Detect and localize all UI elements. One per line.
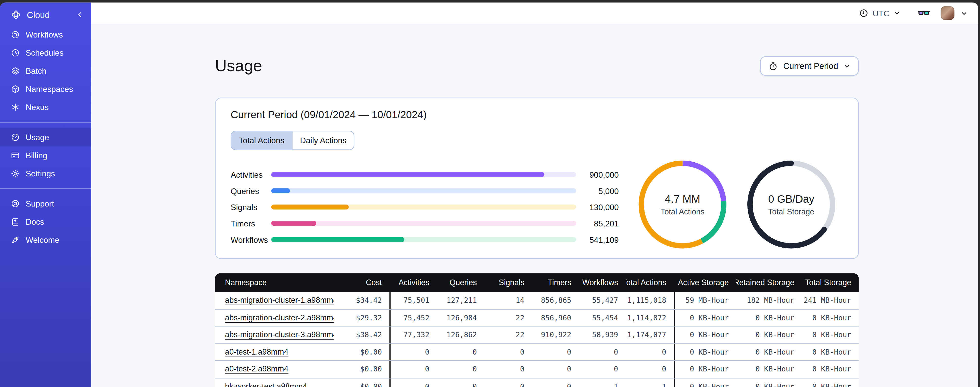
tab-total-actions[interactable]: Total Actions [231, 131, 292, 150]
namespace-cell: abs-migration-cluster-3.a98mm4 [215, 326, 334, 343]
table-cell: 22 [484, 309, 532, 326]
table-cell: 0 KB-Hour [802, 326, 859, 343]
namespace-cell: bk-worker-test.a98mm4 [215, 378, 334, 387]
namespace-cell: abs-migration-cluster-2.a98mm4 [215, 309, 334, 326]
table-cell: $38.42 [334, 326, 389, 343]
sidebar-item-label: Batch [25, 66, 46, 76]
actions-tabs: Total Actions Daily Actions [231, 131, 355, 150]
sidebar-item-label: Support [25, 199, 54, 208]
usage-bars: Activities900,000Queries5,000Signals130,… [231, 166, 619, 248]
namespace-cell: abs-migration-cluster-1.a98mm4 [215, 292, 334, 309]
sidebar-item-label: Welcome [25, 235, 59, 245]
sidebar-item-billing[interactable]: Billing [0, 146, 91, 165]
sidebar-item-usage[interactable]: Usage [0, 128, 91, 146]
billing-card-icon [11, 151, 20, 160]
table-cell: 0 [532, 361, 579, 377]
chevron-down-icon [893, 10, 900, 17]
docs-book-icon [11, 217, 20, 226]
donut-center-text: 0 GB/Day Total Storage [744, 158, 838, 251]
namespaces-cube-icon [11, 85, 20, 94]
sidebar-nav-footer: Support Docs Welcome [0, 195, 91, 249]
page-title: Usage [215, 56, 262, 76]
table-cell: 0 [390, 361, 437, 377]
tab-daily-actions[interactable]: Daily Actions [292, 131, 354, 150]
table-cell: 0 KB-Hour [674, 378, 736, 387]
namespace-link[interactable]: abs-migration-cluster-1.a98mm4 [225, 296, 334, 305]
bar-track [271, 172, 576, 177]
sidebar-divider [0, 122, 91, 123]
table-cell: $0.00 [334, 361, 389, 377]
table-cell: 77,332 [390, 326, 437, 343]
table-cell: 59 MB-Hour [674, 292, 736, 309]
usage-gauge-icon [11, 133, 20, 142]
usage-bar-row: Queries5,000 [231, 182, 619, 199]
settings-gear-icon [11, 169, 20, 178]
sidebar-item-schedules[interactable]: Schedules [0, 44, 91, 62]
table-row: abs-migration-cluster-3.a98mm4$38.4277,3… [215, 326, 859, 343]
bar-category-label: Timers [231, 219, 269, 228]
column-header: Cost [334, 273, 389, 292]
usage-bar-row: Activities900,000 [231, 166, 619, 183]
sidebar-item-label: Namespaces [25, 85, 73, 94]
namespace-link[interactable]: a0-test-1.a98mm4 [225, 348, 288, 357]
bar-track [271, 221, 576, 226]
table-cell: 0 [437, 378, 484, 387]
sidebar-item-support[interactable]: Support [0, 195, 91, 213]
table-cell: 182 MB-Hour [736, 292, 802, 309]
sidebar-item-label: Docs [25, 217, 44, 226]
period-selector-button[interactable]: Current Period [760, 56, 859, 76]
bar-value: 5,000 [576, 186, 619, 195]
account-menu-chevron-icon[interactable] [960, 9, 968, 18]
table-cell: 0 [484, 378, 532, 387]
batch-layers-icon [11, 66, 20, 76]
table-cell: 0 KB-Hour [736, 361, 802, 377]
table-cell: 0 KB-Hour [736, 344, 802, 360]
sidebar-item-label: Workflows [25, 30, 63, 40]
table-cell: 1,174,077 [626, 326, 674, 343]
table-cell: 0 [532, 344, 579, 360]
sidebar-item-docs[interactable]: Docs [0, 213, 91, 231]
table-cell: 0 KB-Hour [674, 309, 736, 326]
table-cell: 0 [579, 344, 626, 360]
sidebar-item-label: Schedules [25, 48, 64, 58]
total-actions-donut: 4.7 MM Total Actions [636, 158, 730, 251]
table-cell: 0 KB-Hour [736, 326, 802, 343]
bar-fill [271, 172, 544, 177]
sidebar-item-nexus[interactable]: Nexus [0, 98, 91, 117]
sidebar-item-namespaces[interactable]: Namespaces [0, 80, 91, 98]
table-cell: 0 KB-Hour [674, 326, 736, 343]
total-storage-donut: 0 GB/Day Total Storage [744, 158, 838, 251]
table-cell: 856,960 [532, 309, 579, 326]
workflows-icon [11, 30, 20, 40]
usage-table-body: abs-migration-cluster-1.a98mm4$34.4275,5… [215, 292, 859, 387]
goggles-icon[interactable] [917, 6, 931, 20]
table-cell: 0 KB-Hour [736, 309, 802, 326]
usage-bar-row: Signals130,000 [231, 199, 619, 215]
main-content: Usage Current Period Current Period (09/… [91, 25, 978, 387]
table-cell: 910,922 [532, 326, 579, 343]
user-avatar[interactable] [941, 6, 955, 20]
sidebar-item-settings[interactable]: Settings [0, 165, 91, 182]
table-row: a0-test-2.a98mm4$0.000000000 KB-Hour0 KB… [215, 360, 859, 377]
sidebar-collapse-button[interactable] [75, 11, 84, 19]
sidebar-item-batch[interactable]: Batch [0, 62, 91, 80]
window-edge [978, 0, 980, 387]
table-cell: 14 [484, 292, 532, 309]
table-cell: 22 [484, 326, 532, 343]
total-actions-label: Total Actions [661, 207, 705, 216]
donut-center-text: 4.7 MM Total Actions [636, 158, 730, 251]
sidebar-item-welcome[interactable]: Welcome [0, 231, 91, 249]
table-cell: 75,452 [390, 309, 437, 326]
timezone-selector[interactable]: UTC [859, 8, 900, 18]
namespace-link[interactable]: bk-worker-test.a98mm4 [225, 382, 307, 387]
sidebar-item-workflows[interactable]: Workflows [0, 26, 91, 44]
app-window: Cloud Workflows Schedules Batch [0, 3, 978, 387]
sidebar-nav-main: Workflows Schedules Batch Namespaces Nex… [0, 26, 91, 116]
table-cell: 126,862 [437, 326, 484, 343]
table-cell: 1,114,872 [626, 309, 674, 326]
namespace-link[interactable]: a0-test-2.a98mm4 [225, 365, 288, 373]
namespace-link[interactable]: abs-migration-cluster-2.a98mm4 [225, 313, 334, 322]
namespace-link[interactable]: abs-migration-cluster-3.a98mm4 [225, 330, 334, 339]
bar-value: 130,000 [576, 202, 619, 212]
sidebar: Cloud Workflows Schedules Batch [0, 3, 91, 387]
